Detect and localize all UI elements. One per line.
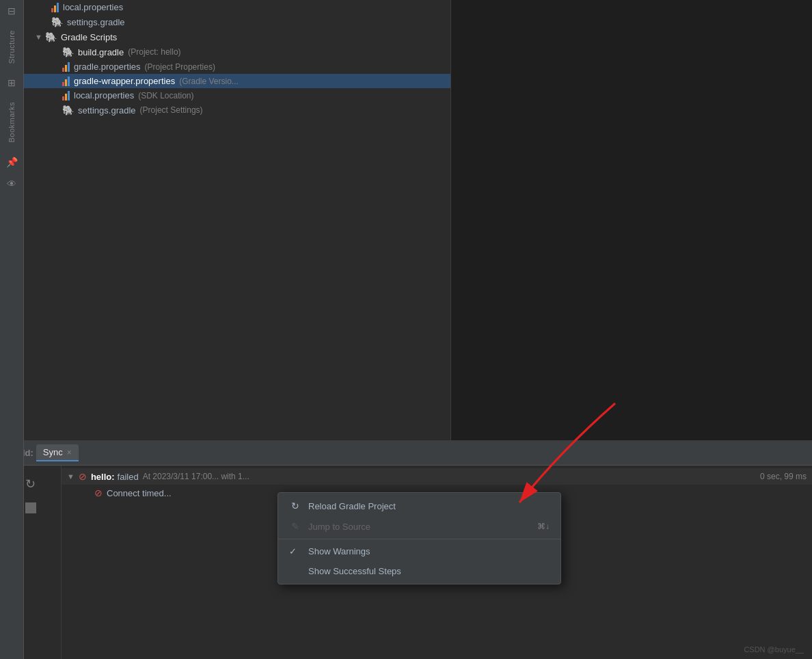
tab-label: Sync: [43, 447, 63, 457]
shortcut-label: ⌘↓: [537, 522, 550, 531]
context-menu: ↻ Reload Gradle Project ✎ Jump to Source…: [278, 492, 561, 584]
sidebar-tab-bookmarks[interactable]: Bookmarks: [5, 94, 18, 151]
error-message: Connect timed...: [107, 488, 172, 498]
filename-label: settings.gradle: [78, 105, 136, 116]
sidebar-icon-eye[interactable]: 👁: [1, 173, 22, 195]
menu-label: Reload Gradle Project: [308, 501, 550, 511]
list-item-selected[interactable]: gradle-wrapper.properties (Gradle Versio…: [24, 74, 450, 88]
filename-label: settings.gradle: [67, 17, 125, 27]
file-tree-panel: local.properties 🐘 settings.gradle ▼ 🐘 G…: [24, 0, 451, 451]
chevron-down-icon: ▼: [35, 33, 42, 41]
watermark: CSDN @buyue__: [744, 645, 804, 654]
sidebar-icon-pin[interactable]: 📌: [1, 151, 23, 173]
jump-icon: ✎: [289, 521, 301, 532]
error-icon-2: ⊘: [94, 487, 103, 498]
tab-close-icon[interactable]: ×: [67, 448, 72, 457]
build-status: failed: [118, 472, 139, 482]
elephant-icon: 🐘: [62, 105, 74, 116]
sidebar-icon-grid[interactable]: ⊞: [2, 72, 21, 94]
list-item[interactable]: 🐘 settings.gradle: [24, 14, 450, 29]
list-item[interactable]: gradle.properties (Project Properties): [24, 59, 450, 74]
list-item[interactable]: local.properties: [24, 0, 450, 14]
props-icon: [62, 77, 70, 86]
group-label: Gradle Scripts: [61, 32, 117, 42]
file-secondary-label: (Gradle Versio...: [179, 77, 239, 86]
build-description: At 2023/3/11 17:00... with 1...: [143, 472, 249, 481]
build-tabs-bar: Build: Sync ×: [0, 441, 812, 466]
file-secondary-label: (SDK Location): [138, 91, 193, 100]
checkmark-icon-empty: ✓: [289, 566, 301, 576]
list-item[interactable]: 🐘 settings.gradle (Project Settings): [24, 103, 450, 118]
gradle-scripts-group[interactable]: ▼ 🐘 Gradle Scripts: [24, 29, 450, 44]
list-item[interactable]: local.properties (SDK Location): [24, 88, 450, 103]
menu-label: Show Warnings: [308, 546, 550, 556]
filename-label: gradle-wrapper.properties: [74, 76, 175, 86]
build-time: 0 sec, 99 ms: [760, 472, 807, 481]
error-icon: ⊘: [79, 471, 87, 482]
menu-item-jump-to-source: ✎ Jump to Source ⌘↓: [278, 516, 560, 537]
sidebar-tab-structure[interactable]: Structure: [5, 22, 18, 72]
filename-label: local.properties: [63, 2, 123, 12]
menu-item-reload-gradle[interactable]: ↻ Reload Gradle Project: [278, 496, 560, 516]
filename-label: build.gradle: [78, 47, 124, 57]
elephant-icon: 🐘: [51, 16, 63, 27]
file-secondary-label: (Project: hello): [128, 47, 180, 57]
menu-label: Jump to Source: [308, 522, 530, 532]
list-item[interactable]: 🐘 build.gradle (Project: hello): [24, 44, 450, 59]
file-secondary-label: (Project Settings): [140, 105, 203, 115]
left-sidebar: ⊟ Structure ⊞ Bookmarks 📌 👁: [0, 0, 24, 659]
menu-separator: [278, 539, 560, 539]
sidebar-icon-top[interactable]: ⊟: [2, 0, 21, 22]
props-icon: [62, 91, 70, 100]
checkmark-icon: ✓: [289, 546, 301, 556]
build-tab-sync[interactable]: Sync ×: [36, 444, 79, 461]
expand-icon: ▼: [67, 472, 75, 481]
menu-label: Show Successful Steps: [308, 566, 550, 576]
props-icon: [62, 62, 70, 72]
filename-label: local.properties: [74, 90, 134, 100]
filename-label: gradle.properties: [74, 62, 141, 72]
props-icon: [51, 3, 59, 12]
stop-icon[interactable]: [25, 502, 36, 513]
project-name: hello:: [91, 472, 115, 482]
build-header-row[interactable]: ▼ ⊘ hello: failed At 2023/3/11 17:00... …: [62, 468, 812, 485]
elephant-icon: 🐘: [62, 46, 74, 57]
menu-item-show-successful[interactable]: ✓ Show Successful Steps: [278, 561, 560, 581]
elephant-icon: 🐘: [45, 31, 57, 42]
file-secondary-label: (Project Properties): [145, 62, 215, 72]
reload-icon: ↻: [289, 500, 301, 511]
menu-item-show-warnings[interactable]: ✓ Show Warnings: [278, 541, 560, 561]
